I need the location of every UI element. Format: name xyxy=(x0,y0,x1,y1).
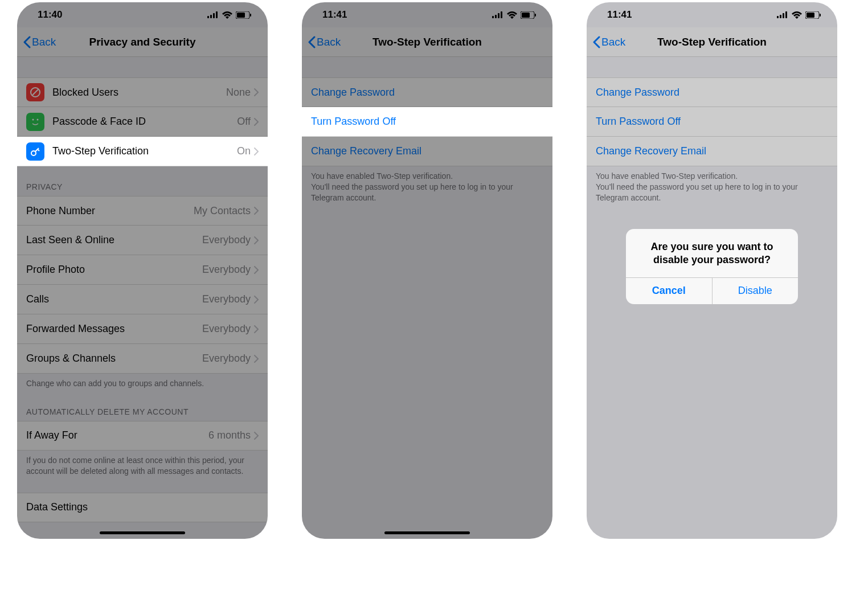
wifi-icon xyxy=(507,11,517,19)
data-settings-row[interactable]: Data Settings xyxy=(17,493,268,522)
back-button[interactable]: Back xyxy=(587,36,625,48)
svg-rect-20 xyxy=(780,15,781,18)
if-away-for-row[interactable]: If Away For 6 months xyxy=(17,421,268,451)
row-value: Off xyxy=(237,116,251,128)
svg-point-11 xyxy=(31,151,36,155)
signal-icon xyxy=(207,11,219,18)
svg-rect-2 xyxy=(213,13,215,18)
status-indicators xyxy=(492,11,537,19)
chevron-right-icon xyxy=(254,118,259,126)
row-value: Everybody xyxy=(202,234,251,246)
row-label: Turn Password Off xyxy=(311,116,396,128)
change-password-row[interactable]: Change Password xyxy=(302,77,552,107)
profile-photo-row[interactable]: Profile Photo Everybody xyxy=(17,255,268,285)
phone-number-row[interactable]: Phone Number My Contacts xyxy=(17,196,268,226)
privacy-header: PRIVACY xyxy=(17,166,268,196)
row-value: Everybody xyxy=(202,293,251,305)
svg-rect-22 xyxy=(785,11,787,18)
row-label: If Away For xyxy=(26,429,208,441)
svg-rect-3 xyxy=(216,11,218,18)
battery-icon xyxy=(236,11,252,19)
last-seen-row[interactable]: Last Seen & Online Everybody xyxy=(17,226,268,255)
wifi-icon xyxy=(792,11,802,19)
two-step-verification-row[interactable]: Two-Step Verification On xyxy=(17,137,268,166)
row-label: Change Recovery Email xyxy=(596,145,706,157)
status-time: 11:40 xyxy=(38,9,62,21)
passcode-icon xyxy=(26,113,44,131)
back-button[interactable]: Back xyxy=(302,36,341,48)
options-section: Change Password Turn Password Off Change… xyxy=(587,77,837,166)
turn-password-off-row[interactable]: Turn Password Off xyxy=(587,107,837,137)
chevron-right-icon xyxy=(254,88,259,96)
two-step-footer: You have enabled Two-Step verification. … xyxy=(302,166,552,206)
svg-rect-14 xyxy=(498,13,499,18)
delete-footer: If you do not come online at least once … xyxy=(17,451,268,479)
row-label: Blocked Users xyxy=(52,87,226,99)
groups-channels-row[interactable]: Groups & Channels Everybody xyxy=(17,344,268,374)
chevron-left-icon xyxy=(23,36,31,48)
screen-privacy-security: 11:40 Back Privacy and Security Blocked … xyxy=(17,2,268,539)
back-label: Back xyxy=(601,36,625,48)
row-label: Groups & Channels xyxy=(26,353,202,365)
svg-rect-21 xyxy=(783,13,784,18)
forwarded-messages-row[interactable]: Forwarded Messages Everybody xyxy=(17,314,268,344)
delete-header: AUTOMATICALLY DELETE MY ACCOUNT xyxy=(17,391,268,421)
two-step-footer: You have enabled Two-Step verification. … xyxy=(587,166,837,206)
key-icon xyxy=(26,142,44,161)
calls-row[interactable]: Calls Everybody xyxy=(17,285,268,314)
security-section: Blocked Users None Passcode & Face ID Of… xyxy=(17,77,268,166)
svg-point-9 xyxy=(32,118,34,120)
row-value: On xyxy=(237,145,251,157)
nav-bar: Back Privacy and Security xyxy=(17,27,268,57)
svg-point-10 xyxy=(37,118,39,120)
row-label: Profile Photo xyxy=(26,264,202,276)
status-indicators xyxy=(207,11,252,19)
change-password-row[interactable]: Change Password xyxy=(587,77,837,107)
svg-line-8 xyxy=(32,89,38,95)
wifi-icon xyxy=(222,11,232,19)
disable-button[interactable]: Disable xyxy=(713,278,799,304)
status-bar: 11:40 xyxy=(17,2,268,27)
row-value: Everybody xyxy=(202,264,251,276)
row-value: My Contacts xyxy=(194,205,251,217)
svg-rect-5 xyxy=(237,13,245,18)
row-value: Everybody xyxy=(202,323,251,335)
blocked-users-row[interactable]: Blocked Users None xyxy=(17,77,268,107)
passcode-row[interactable]: Passcode & Face ID Off xyxy=(17,107,268,137)
data-settings-section: Data Settings xyxy=(17,493,268,522)
svg-rect-1 xyxy=(210,15,212,18)
battery-icon xyxy=(805,11,821,19)
row-label: Forwarded Messages xyxy=(26,323,202,335)
status-indicators xyxy=(777,11,821,19)
back-label: Back xyxy=(32,36,56,48)
chevron-right-icon xyxy=(254,207,259,215)
change-recovery-email-row[interactable]: Change Recovery Email xyxy=(302,137,552,166)
alert-message: Are you sure you want to disable your pa… xyxy=(626,229,798,277)
row-value: 6 months xyxy=(208,429,251,441)
delete-section: If Away For 6 months xyxy=(17,421,268,451)
svg-rect-13 xyxy=(495,15,497,18)
status-bar: 11:41 xyxy=(302,2,552,27)
confirm-disable-alert: Are you sure you want to disable your pa… xyxy=(626,229,798,304)
back-button[interactable]: Back xyxy=(17,36,56,48)
turn-password-off-row[interactable]: Turn Password Off xyxy=(302,107,552,137)
home-indicator[interactable] xyxy=(384,531,470,534)
row-label: Calls xyxy=(26,293,202,305)
svg-rect-19 xyxy=(777,16,779,18)
row-value: None xyxy=(226,87,251,99)
chevron-right-icon xyxy=(254,355,259,363)
chevron-left-icon xyxy=(308,36,316,48)
svg-rect-17 xyxy=(522,13,530,18)
status-bar: 11:41 xyxy=(587,2,837,27)
signal-icon xyxy=(492,11,503,18)
chevron-right-icon xyxy=(254,236,259,244)
cancel-button[interactable]: Cancel xyxy=(626,278,713,304)
svg-rect-12 xyxy=(492,16,494,18)
home-indicator[interactable] xyxy=(100,531,185,534)
nav-bar: Back Two-Step Verification xyxy=(302,27,552,57)
change-recovery-email-row[interactable]: Change Recovery Email xyxy=(587,137,837,166)
chevron-right-icon xyxy=(254,148,259,155)
row-label: Last Seen & Online xyxy=(26,234,202,246)
nav-bar: Back Two-Step Verification xyxy=(587,27,837,57)
chevron-right-icon xyxy=(254,432,259,440)
